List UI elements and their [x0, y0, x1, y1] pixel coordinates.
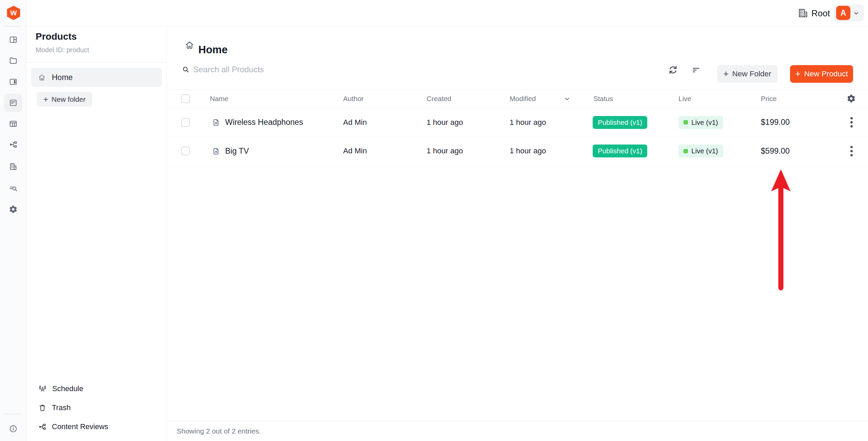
broadcast-icon — [38, 385, 47, 393]
chevron-down-icon — [853, 10, 860, 17]
plus-icon: + — [795, 69, 801, 78]
column-header-price[interactable]: Price — [761, 89, 777, 108]
column-header-live[interactable]: Live — [678, 89, 691, 108]
created-cell: 1 hour ago — [427, 137, 463, 165]
sidebar-item-schedule[interactable]: Schedule — [26, 379, 167, 398]
modified-cell: 1 hour ago — [510, 108, 546, 137]
columns-layout-icon — [9, 35, 18, 44]
rail-divider — [5, 26, 22, 27]
live-dot-icon — [684, 120, 688, 124]
rail-item-tenant-manager[interactable] — [4, 157, 22, 176]
info-icon — [9, 424, 18, 433]
home-icon — [185, 40, 194, 50]
model-title: Products — [36, 31, 77, 42]
row-checkbox[interactable] — [181, 118, 190, 127]
rail-item-headless-cms[interactable] — [4, 94, 22, 112]
tenant-name: Root — [811, 0, 830, 26]
modified-cell: 1 hour ago — [510, 137, 546, 165]
column-header-modified[interactable]: Modified — [510, 89, 536, 108]
product-name: Big TV — [225, 147, 249, 156]
new-folder-label: New folder — [52, 95, 85, 103]
window-icon — [9, 77, 18, 86]
content-reviews-label: Content Reviews — [52, 422, 108, 431]
column-header-created[interactable]: Created — [427, 89, 451, 108]
workflow-icon — [38, 423, 46, 431]
created-cell: 1 hour ago — [427, 108, 463, 137]
search-input[interactable] — [193, 61, 498, 78]
rail-item-page-builder[interactable] — [4, 31, 22, 49]
status-badge: Published (v1) — [593, 145, 647, 157]
rail-item-forms[interactable] — [4, 115, 22, 133]
app-rail: W — [0, 0, 26, 441]
document-icon — [212, 147, 220, 155]
price-cell: $599.00 — [761, 137, 790, 165]
logo-letter: W — [10, 9, 17, 17]
select-all-checkbox[interactable] — [181, 94, 190, 103]
building-icon — [798, 8, 808, 18]
sidebar-item-label: Home — [52, 73, 73, 82]
entries-summary: Showing 2 out of 2 entries. — [177, 427, 261, 435]
webiny-logo[interactable]: W — [6, 6, 21, 20]
column-header-author[interactable]: Author — [343, 89, 363, 108]
plus-icon: + — [723, 69, 728, 78]
price-cell: $199.00 — [761, 108, 790, 137]
plus-icon: + — [43, 95, 48, 103]
home-icon — [38, 74, 46, 81]
rail-item-api-graphql[interactable] — [4, 135, 22, 154]
sidebar-item-trash[interactable]: Trash — [26, 398, 167, 417]
topbar: Root A — [26, 0, 868, 26]
new-product-button[interactable]: + New Product — [790, 65, 853, 83]
row-actions-menu[interactable] — [846, 108, 857, 137]
trash-icon — [38, 404, 46, 412]
document-lines-icon — [9, 98, 18, 107]
search-icon — [182, 65, 190, 74]
refresh-icon[interactable] — [668, 64, 678, 75]
building-icon — [9, 162, 18, 171]
sidebar-item-home[interactable]: Home — [31, 68, 162, 87]
live-dot-icon — [684, 149, 688, 153]
row-divider — [167, 165, 868, 166]
main-content: Home + New Folder + New Product Name Aut… — [167, 26, 868, 441]
new-folder-sidebar-button[interactable]: + New folder — [37, 92, 92, 107]
rail-item-settings[interactable] — [4, 200, 22, 218]
status-badge: Published (v1) — [593, 116, 647, 129]
chevron-down-icon[interactable] — [564, 95, 571, 102]
model-id-subtitle: Model ID: product — [36, 46, 89, 54]
row-actions-menu[interactable] — [846, 137, 857, 165]
rail-bottom-divider — [5, 414, 22, 414]
schedule-label: Schedule — [52, 384, 83, 393]
column-header-status[interactable]: Status — [593, 89, 613, 108]
gear-icon — [9, 205, 18, 214]
author-cell: Ad Min — [343, 108, 367, 137]
gear-icon[interactable] — [847, 94, 856, 103]
rail-item-file-manager[interactable] — [4, 51, 22, 70]
table-icon — [9, 119, 18, 128]
live-badge: Live (v1) — [678, 145, 723, 157]
user-menu[interactable]: A — [833, 4, 864, 21]
rail-item-audit-logs[interactable] — [4, 179, 22, 198]
annotation-arrow-up — [769, 169, 793, 292]
sidebar-item-content-reviews[interactable]: Content Reviews — [26, 417, 167, 436]
folder-icon — [9, 56, 18, 65]
model-sidebar: Products Model ID: product Home + New fo… — [26, 26, 167, 441]
filter-icon[interactable] — [691, 65, 701, 75]
new-folder-button[interactable]: + New Folder — [717, 65, 777, 83]
table-footer: Showing 2 out of 2 entries. — [167, 421, 868, 441]
trash-label: Trash — [52, 403, 71, 412]
author-cell: Ad Min — [343, 137, 367, 165]
search-list-icon — [9, 184, 18, 193]
live-badge: Live (v1) — [678, 116, 723, 129]
row-checkbox[interactable] — [181, 147, 190, 155]
hierarchy-icon — [9, 140, 18, 149]
column-header-name[interactable]: Name — [210, 89, 229, 108]
rail-item-websites[interactable] — [4, 73, 22, 91]
avatar: A — [836, 6, 850, 20]
rail-item-about[interactable] — [4, 420, 22, 438]
sidebar-divider — [26, 62, 166, 62]
product-name: Wireless Headphones — [225, 118, 303, 127]
document-icon — [212, 118, 220, 127]
